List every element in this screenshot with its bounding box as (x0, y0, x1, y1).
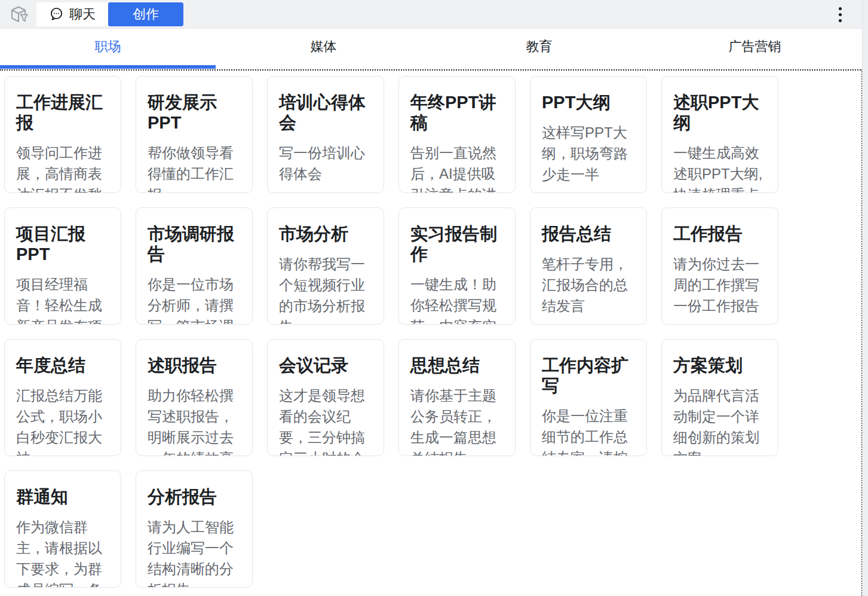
template-card[interactable]: 工作进展汇报 领导问工作进展，高情商表达汇报不发愁 (4, 76, 121, 193)
card-description: 一键生成！助你轻松撰写规范、内容充实的实习报告 (410, 274, 504, 325)
template-card[interactable]: 年度总结 汇报总结万能公式，职场小白秒变汇报大神 (4, 339, 121, 456)
card-description: 你是一位市场分析师，请撰写一篇市场调研报告 (148, 274, 241, 325)
card-title: 工作报告 (673, 224, 766, 244)
template-card[interactable]: 培训心得体会 写一份培训心得体会 (267, 76, 384, 193)
card-description: 汇报总结万能公式，职场小白秒变汇报大神 (16, 385, 109, 456)
template-card[interactable]: 群通知 作为微信群主，请根据以下要求，为群成员编写一条群通知 (4, 470, 121, 588)
card-title: 研发展示PPT (148, 92, 241, 133)
template-card[interactable]: 市场调研报告 你是一位市场分析师，请撰写一篇市场调研报告 (136, 207, 253, 325)
category-tab-label: 教育 (526, 38, 553, 56)
card-title: 群通知 (16, 487, 109, 507)
card-title: 述职PPT大纲 (673, 92, 766, 133)
template-card[interactable]: 述职PPT大纲 一键生成高效述职PPT大纲,快速梳理重点 (661, 76, 778, 193)
card-description: 这样写PPT大纲，职场弯路少走一半 (542, 122, 635, 185)
card-description: 告别一直说然后，AI提供吸引注意点的讲稿 (410, 142, 504, 193)
cube-filter-icon[interactable] (7, 3, 30, 26)
category-tab-marketing[interactable]: 广告营销 (647, 29, 863, 69)
card-title: 工作内容扩写 (542, 355, 635, 396)
card-description: 作为微信群主，请根据以下要求，为群成员编写一条群通知 (16, 516, 109, 588)
template-card[interactable]: 项目汇报PPT 项目经理福音！轻松生成新产品发布项目汇报PPT (4, 207, 121, 325)
card-title: 分析报告 (148, 487, 241, 507)
scrollbar-track[interactable] (862, 0, 868, 596)
card-title: 会议记录 (279, 355, 372, 375)
chat-bubble-icon (49, 7, 64, 22)
card-title: 市场分析 (279, 224, 372, 244)
template-content-area: 工作进展汇报 领导问工作进展，高情商表达汇报不发愁 研发展示PPT 帮你做领导看… (0, 69, 863, 596)
card-description: 项目经理福音！轻松生成新产品发布项目汇报PPT (16, 274, 109, 325)
template-card[interactable]: 报告总结 笔杆子专用，汇报场合的总结发言 (530, 207, 647, 325)
card-title: 思想总结 (410, 355, 504, 375)
template-card[interactable]: 方案策划 为品牌代言活动制定一个详细创新的策划方案 (661, 339, 778, 456)
card-title: 方案策划 (673, 355, 766, 375)
card-description: 请你帮我写一个短视频行业的市场分析报告 (279, 253, 372, 325)
template-card[interactable]: 年终PPT讲稿 告别一直说然后，AI提供吸引注意点的讲稿 (398, 76, 516, 193)
card-title: 年度总结 (16, 355, 109, 375)
category-tab-workplace[interactable]: 职场 (0, 29, 216, 69)
card-description: 请为人工智能行业编写一个结构清晰的分析报告 (148, 516, 241, 588)
template-card[interactable]: PPT大纲 这样写PPT大纲，职场弯路少走一半 (530, 76, 647, 193)
card-title: 项目汇报PPT (16, 224, 109, 264)
card-description: 助力你轻松撰写述职报告，明晰展示过去一年的绩效亮点 (148, 385, 241, 456)
card-description: 领导问工作进展，高情商表达汇报不发愁 (16, 142, 109, 193)
template-card[interactable]: 会议记录 这才是领导想看的会议纪要，三分钟搞定三小时的会 (267, 339, 384, 456)
template-card-grid: 工作进展汇报 领导问工作进展，高情商表达汇报不发愁 研发展示PPT 帮你做领导看… (4, 76, 861, 588)
card-title: 述职报告 (148, 355, 241, 375)
category-tab-bar: 职场 媒体 教育 广告营销 (0, 29, 863, 69)
template-card[interactable]: 述职报告 助力你轻松撰写述职报告，明晰展示过去一年的绩效亮点 (136, 339, 253, 456)
tab-create-label: 创作 (133, 5, 159, 23)
template-card[interactable]: 工作报告 请为你过去一周的工作撰写一份工作报告 (661, 207, 778, 325)
card-title: 工作进展汇报 (16, 92, 109, 133)
mode-tab-group: 聊天 创作 (36, 2, 183, 26)
card-description: 请你基于主题公务员转正，生成一篇思想总结报告 (410, 385, 504, 456)
card-description: 请为你过去一周的工作撰写一份工作报告 (673, 253, 766, 316)
card-title: 年终PPT讲稿 (410, 92, 504, 133)
card-title: 报告总结 (542, 224, 635, 244)
template-card[interactable]: 分析报告 请为人工智能行业编写一个结构清晰的分析报告 (136, 470, 253, 588)
category-tab-media[interactable]: 媒体 (216, 29, 431, 69)
card-title: 市场调研报告 (148, 224, 241, 264)
card-title: PPT大纲 (542, 92, 635, 112)
card-description: 你是一位注重细节的工作总结专家，请按照以下内容进行扩写 (542, 405, 635, 456)
card-description: 一键生成高效述职PPT大纲,快速梳理重点 (673, 142, 766, 193)
category-tab-label: 广告营销 (729, 38, 781, 56)
tab-chat[interactable]: 聊天 (36, 2, 108, 26)
kebab-menu-icon[interactable] (832, 4, 848, 25)
tab-chat-label: 聊天 (69, 5, 96, 23)
card-title: 培训心得体会 (279, 92, 372, 133)
template-card[interactable]: 研发展示PPT 帮你做领导看得懂的工作汇报 (136, 76, 253, 193)
card-description: 这才是领导想看的会议纪要，三分钟搞定三小时的会 (279, 385, 372, 456)
category-tab-education[interactable]: 教育 (431, 29, 647, 69)
template-card[interactable]: 思想总结 请你基于主题公务员转正，生成一篇思想总结报告 (398, 339, 516, 456)
card-description: 写一份培训心得体会 (279, 142, 372, 184)
template-card[interactable]: 工作内容扩写 你是一位注重细节的工作总结专家，请按照以下内容进行扩写 (530, 339, 647, 456)
category-tab-label: 媒体 (311, 38, 337, 56)
template-card[interactable]: 实习报告制作 一键生成！助你轻松撰写规范、内容充实的实习报告 (398, 207, 516, 325)
category-tab-label: 职场 (95, 38, 121, 56)
top-bar: 聊天 创作 (0, 0, 868, 29)
card-title: 实习报告制作 (410, 224, 504, 264)
card-description: 帮你做领导看得懂的工作汇报 (148, 142, 241, 193)
card-description: 笔杆子专用，汇报场合的总结发言 (542, 253, 635, 316)
active-tab-underline (0, 65, 216, 69)
tab-create[interactable]: 创作 (108, 2, 183, 26)
card-description: 为品牌代言活动制定一个详细创新的策划方案 (673, 385, 766, 456)
template-card[interactable]: 市场分析 请你帮我写一个短视频行业的市场分析报告 (267, 207, 384, 325)
